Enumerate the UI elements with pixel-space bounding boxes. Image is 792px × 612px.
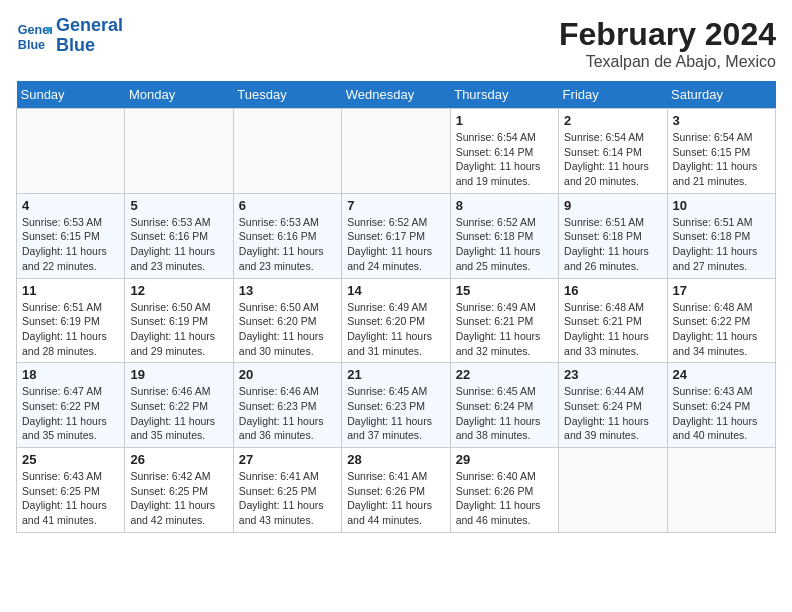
calendar-cell: 29Sunrise: 6:40 AMSunset: 6:26 PMDayligh… bbox=[450, 448, 558, 533]
col-header-wednesday: Wednesday bbox=[342, 81, 450, 109]
calendar-cell bbox=[17, 109, 125, 194]
day-number: 8 bbox=[456, 198, 553, 213]
day-number: 3 bbox=[673, 113, 770, 128]
day-info: Sunrise: 6:47 AMSunset: 6:22 PMDaylight:… bbox=[22, 384, 119, 443]
day-number: 6 bbox=[239, 198, 336, 213]
day-info: Sunrise: 6:52 AMSunset: 6:18 PMDaylight:… bbox=[456, 215, 553, 274]
day-number: 10 bbox=[673, 198, 770, 213]
day-info: Sunrise: 6:48 AMSunset: 6:22 PMDaylight:… bbox=[673, 300, 770, 359]
day-number: 27 bbox=[239, 452, 336, 467]
calendar-week-1: 1Sunrise: 6:54 AMSunset: 6:14 PMDaylight… bbox=[17, 109, 776, 194]
calendar-cell: 3Sunrise: 6:54 AMSunset: 6:15 PMDaylight… bbox=[667, 109, 775, 194]
calendar-cell: 7Sunrise: 6:52 AMSunset: 6:17 PMDaylight… bbox=[342, 193, 450, 278]
day-info: Sunrise: 6:43 AMSunset: 6:25 PMDaylight:… bbox=[22, 469, 119, 528]
calendar-cell bbox=[667, 448, 775, 533]
day-number: 19 bbox=[130, 367, 227, 382]
day-info: Sunrise: 6:53 AMSunset: 6:16 PMDaylight:… bbox=[130, 215, 227, 274]
day-info: Sunrise: 6:49 AMSunset: 6:21 PMDaylight:… bbox=[456, 300, 553, 359]
day-info: Sunrise: 6:53 AMSunset: 6:15 PMDaylight:… bbox=[22, 215, 119, 274]
calendar-cell: 25Sunrise: 6:43 AMSunset: 6:25 PMDayligh… bbox=[17, 448, 125, 533]
col-header-monday: Monday bbox=[125, 81, 233, 109]
day-number: 4 bbox=[22, 198, 119, 213]
day-info: Sunrise: 6:53 AMSunset: 6:16 PMDaylight:… bbox=[239, 215, 336, 274]
logo-icon: General Blue bbox=[16, 18, 52, 54]
day-number: 5 bbox=[130, 198, 227, 213]
calendar-cell: 10Sunrise: 6:51 AMSunset: 6:18 PMDayligh… bbox=[667, 193, 775, 278]
col-header-thursday: Thursday bbox=[450, 81, 558, 109]
day-info: Sunrise: 6:49 AMSunset: 6:20 PMDaylight:… bbox=[347, 300, 444, 359]
calendar-cell: 9Sunrise: 6:51 AMSunset: 6:18 PMDaylight… bbox=[559, 193, 667, 278]
calendar-week-3: 11Sunrise: 6:51 AMSunset: 6:19 PMDayligh… bbox=[17, 278, 776, 363]
day-info: Sunrise: 6:50 AMSunset: 6:20 PMDaylight:… bbox=[239, 300, 336, 359]
day-number: 15 bbox=[456, 283, 553, 298]
calendar-cell: 19Sunrise: 6:46 AMSunset: 6:22 PMDayligh… bbox=[125, 363, 233, 448]
day-number: 26 bbox=[130, 452, 227, 467]
day-number: 2 bbox=[564, 113, 661, 128]
day-number: 22 bbox=[456, 367, 553, 382]
day-number: 11 bbox=[22, 283, 119, 298]
day-info: Sunrise: 6:43 AMSunset: 6:24 PMDaylight:… bbox=[673, 384, 770, 443]
day-info: Sunrise: 6:54 AMSunset: 6:14 PMDaylight:… bbox=[564, 130, 661, 189]
day-number: 12 bbox=[130, 283, 227, 298]
calendar-week-4: 18Sunrise: 6:47 AMSunset: 6:22 PMDayligh… bbox=[17, 363, 776, 448]
day-number: 17 bbox=[673, 283, 770, 298]
day-number: 18 bbox=[22, 367, 119, 382]
day-number: 24 bbox=[673, 367, 770, 382]
svg-text:Blue: Blue bbox=[18, 37, 45, 51]
header-row: SundayMondayTuesdayWednesdayThursdayFrid… bbox=[17, 81, 776, 109]
calendar-cell: 22Sunrise: 6:45 AMSunset: 6:24 PMDayligh… bbox=[450, 363, 558, 448]
calendar-cell: 28Sunrise: 6:41 AMSunset: 6:26 PMDayligh… bbox=[342, 448, 450, 533]
day-number: 9 bbox=[564, 198, 661, 213]
calendar-cell: 17Sunrise: 6:48 AMSunset: 6:22 PMDayligh… bbox=[667, 278, 775, 363]
calendar-cell: 21Sunrise: 6:45 AMSunset: 6:23 PMDayligh… bbox=[342, 363, 450, 448]
day-info: Sunrise: 6:48 AMSunset: 6:21 PMDaylight:… bbox=[564, 300, 661, 359]
title-area: February 2024 Texalpan de Abajo, Mexico bbox=[559, 16, 776, 71]
calendar-cell: 14Sunrise: 6:49 AMSunset: 6:20 PMDayligh… bbox=[342, 278, 450, 363]
day-info: Sunrise: 6:41 AMSunset: 6:25 PMDaylight:… bbox=[239, 469, 336, 528]
calendar-cell: 16Sunrise: 6:48 AMSunset: 6:21 PMDayligh… bbox=[559, 278, 667, 363]
day-info: Sunrise: 6:51 AMSunset: 6:19 PMDaylight:… bbox=[22, 300, 119, 359]
calendar-cell bbox=[342, 109, 450, 194]
day-info: Sunrise: 6:46 AMSunset: 6:23 PMDaylight:… bbox=[239, 384, 336, 443]
logo-line1: General bbox=[56, 16, 123, 36]
calendar-cell: 18Sunrise: 6:47 AMSunset: 6:22 PMDayligh… bbox=[17, 363, 125, 448]
calendar-cell: 15Sunrise: 6:49 AMSunset: 6:21 PMDayligh… bbox=[450, 278, 558, 363]
day-info: Sunrise: 6:40 AMSunset: 6:26 PMDaylight:… bbox=[456, 469, 553, 528]
calendar-cell: 1Sunrise: 6:54 AMSunset: 6:14 PMDaylight… bbox=[450, 109, 558, 194]
month-title: February 2024 bbox=[559, 16, 776, 53]
col-header-saturday: Saturday bbox=[667, 81, 775, 109]
col-header-friday: Friday bbox=[559, 81, 667, 109]
day-number: 1 bbox=[456, 113, 553, 128]
day-number: 28 bbox=[347, 452, 444, 467]
calendar-week-5: 25Sunrise: 6:43 AMSunset: 6:25 PMDayligh… bbox=[17, 448, 776, 533]
logo: General Blue General Blue bbox=[16, 16, 123, 56]
day-info: Sunrise: 6:44 AMSunset: 6:24 PMDaylight:… bbox=[564, 384, 661, 443]
calendar-cell: 26Sunrise: 6:42 AMSunset: 6:25 PMDayligh… bbox=[125, 448, 233, 533]
day-info: Sunrise: 6:46 AMSunset: 6:22 PMDaylight:… bbox=[130, 384, 227, 443]
day-info: Sunrise: 6:45 AMSunset: 6:24 PMDaylight:… bbox=[456, 384, 553, 443]
day-info: Sunrise: 6:50 AMSunset: 6:19 PMDaylight:… bbox=[130, 300, 227, 359]
day-number: 14 bbox=[347, 283, 444, 298]
calendar-cell: 12Sunrise: 6:50 AMSunset: 6:19 PMDayligh… bbox=[125, 278, 233, 363]
calendar-cell: 4Sunrise: 6:53 AMSunset: 6:15 PMDaylight… bbox=[17, 193, 125, 278]
day-number: 29 bbox=[456, 452, 553, 467]
calendar-cell: 2Sunrise: 6:54 AMSunset: 6:14 PMDaylight… bbox=[559, 109, 667, 194]
calendar-cell: 5Sunrise: 6:53 AMSunset: 6:16 PMDaylight… bbox=[125, 193, 233, 278]
calendar-cell: 11Sunrise: 6:51 AMSunset: 6:19 PMDayligh… bbox=[17, 278, 125, 363]
day-info: Sunrise: 6:45 AMSunset: 6:23 PMDaylight:… bbox=[347, 384, 444, 443]
day-number: 7 bbox=[347, 198, 444, 213]
day-info: Sunrise: 6:54 AMSunset: 6:14 PMDaylight:… bbox=[456, 130, 553, 189]
calendar-cell bbox=[233, 109, 341, 194]
calendar-cell: 24Sunrise: 6:43 AMSunset: 6:24 PMDayligh… bbox=[667, 363, 775, 448]
day-number: 23 bbox=[564, 367, 661, 382]
day-info: Sunrise: 6:54 AMSunset: 6:15 PMDaylight:… bbox=[673, 130, 770, 189]
header: General Blue General Blue February 2024 … bbox=[16, 16, 776, 71]
day-info: Sunrise: 6:51 AMSunset: 6:18 PMDaylight:… bbox=[564, 215, 661, 274]
calendar-cell bbox=[559, 448, 667, 533]
day-number: 25 bbox=[22, 452, 119, 467]
logo-text: General Blue bbox=[56, 16, 123, 56]
calendar-week-2: 4Sunrise: 6:53 AMSunset: 6:15 PMDaylight… bbox=[17, 193, 776, 278]
calendar-cell: 6Sunrise: 6:53 AMSunset: 6:16 PMDaylight… bbox=[233, 193, 341, 278]
col-header-tuesday: Tuesday bbox=[233, 81, 341, 109]
calendar-cell bbox=[125, 109, 233, 194]
